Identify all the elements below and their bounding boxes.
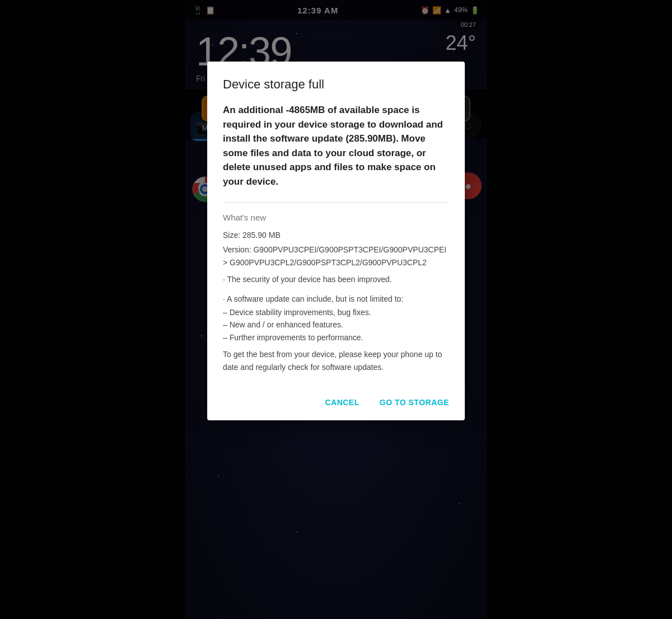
sub-bullet-performance: – Further improvements to performance. (223, 331, 449, 344)
version-info: Version: G900PVPU3CPEI/G900PSPT3CPEI/G90… (223, 243, 449, 269)
dialog: Device storage full An additional -4865M… (207, 62, 465, 420)
dialog-title: Device storage full (223, 77, 449, 92)
dialog-message: An additional -4865MB of available space… (223, 103, 449, 189)
dialog-content: Device storage full An additional -4865M… (207, 62, 465, 384)
bullet-software: · A software update can include, but is … (223, 293, 449, 305)
closing-text: To get the best from your device, please… (223, 348, 449, 373)
cancel-button[interactable]: CANCEL (317, 393, 367, 411)
whats-new-title: What's new (223, 213, 449, 222)
bullet-security: · The security of your device has been i… (223, 273, 449, 285)
size-info: Size: 285.90 MB (223, 229, 449, 241)
whats-new-content: Size: 285.90 MB Version: G900PVPU3CPEI/G… (223, 229, 449, 373)
dialog-divider (223, 202, 449, 203)
phone-frame: 📱 📋 12:39 AM ⏰ 📶 ▲ 49% 🔋 00:27 12:39 AM … (185, 0, 487, 619)
sub-bullet-stability: – Device stability improvements, bug fix… (223, 306, 449, 318)
sub-bullet-features: – New and / or enhanced features. (223, 318, 449, 331)
go-to-storage-button[interactable]: GO TO STORAGE (372, 393, 457, 411)
dialog-actions: CANCEL GO TO STORAGE (207, 384, 465, 420)
dialog-overlay: Device storage full An additional -4865M… (185, 0, 487, 619)
